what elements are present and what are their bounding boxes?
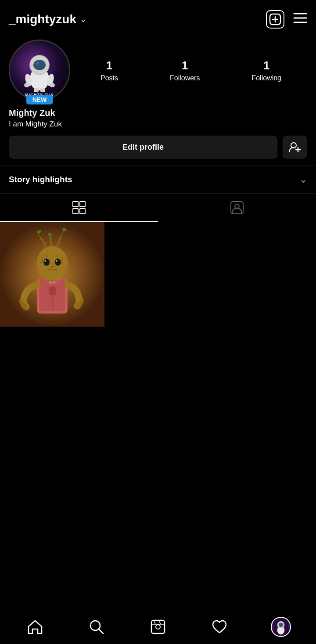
svg-point-31 <box>43 259 50 266</box>
posts-stat[interactable]: 1 Posts <box>101 59 118 82</box>
following-count: 1 <box>263 59 269 72</box>
chevron-down-icon[interactable]: ⌄ <box>80 14 86 24</box>
following-stat[interactable]: 1 Following <box>251 59 281 82</box>
svg-line-41 <box>99 629 103 633</box>
edit-profile-button[interactable]: Edit profile <box>9 136 277 158</box>
nav-profile-avatar <box>271 617 291 637</box>
svg-point-32 <box>55 259 61 266</box>
grid-icon <box>72 201 86 215</box>
story-highlights-label: Story highlights <box>9 175 72 184</box>
followers-label: Followers <box>170 74 200 82</box>
svg-point-33 <box>44 260 46 262</box>
header-icons <box>266 10 307 29</box>
username-area[interactable]: _mightyzuk ⌄ <box>9 12 86 26</box>
groot-image <box>0 222 104 327</box>
followers-stat[interactable]: 1 Followers <box>170 59 200 82</box>
svg-point-51 <box>280 623 281 624</box>
svg-rect-20 <box>80 201 85 207</box>
new-badge: NEW <box>26 95 53 104</box>
home-icon <box>27 619 43 634</box>
bottom-spacer <box>0 327 316 362</box>
add-post-button[interactable] <box>266 10 284 29</box>
svg-rect-15 <box>40 88 45 92</box>
nav-reels[interactable] <box>145 614 171 640</box>
reels-icon <box>150 619 166 635</box>
svg-point-30 <box>36 246 68 281</box>
tabs-row <box>0 193 316 222</box>
avatar: MIGHTY ZUK <box>9 40 70 101</box>
action-buttons: Edit profile <box>9 136 307 158</box>
profile-section: MIGHTY ZUK NEW 1 Posts 1 Followers 1 Fol… <box>0 35 316 165</box>
profile-top-row: MIGHTY ZUK NEW 1 Posts 1 Followers 1 Fol… <box>9 40 307 101</box>
svg-point-50 <box>279 622 284 626</box>
followers-count: 1 <box>182 59 188 72</box>
nav-search[interactable] <box>83 614 110 640</box>
add-person-icon <box>288 141 302 153</box>
svg-rect-19 <box>73 201 78 207</box>
svg-point-8 <box>33 60 46 70</box>
story-highlights-row[interactable]: Story highlights ⌄ <box>0 165 316 193</box>
nav-profile[interactable] <box>268 614 294 640</box>
svg-rect-21 <box>73 209 78 214</box>
svg-point-13 <box>50 83 55 87</box>
heart-icon <box>212 619 227 634</box>
profile-bio: I am Mighty Zuk <box>9 120 307 129</box>
posts-label: Posts <box>101 74 118 82</box>
profile-display-name: Mighty Zuk <box>9 108 307 118</box>
nav-home[interactable] <box>22 614 48 640</box>
chevron-down-icon: ⌄ <box>299 174 307 185</box>
bottom-nav <box>0 609 316 644</box>
tagged-person-icon <box>230 201 244 215</box>
svg-point-9 <box>36 62 39 65</box>
svg-line-45 <box>154 620 155 624</box>
post-thumbnail[interactable] <box>0 222 104 327</box>
menu-icon[interactable] <box>293 12 307 27</box>
svg-point-43 <box>156 625 160 629</box>
avatar-inner: MIGHTY ZUK <box>10 41 69 100</box>
svg-rect-42 <box>151 620 165 633</box>
posts-count: 1 <box>106 59 112 72</box>
posts-grid <box>0 222 316 327</box>
following-label: Following <box>251 74 281 82</box>
add-friend-button[interactable] <box>283 136 307 158</box>
avatar-wrapper[interactable]: MIGHTY ZUK NEW <box>9 40 70 101</box>
stats-area: 1 Posts 1 Followers 1 Following <box>75 59 307 82</box>
svg-rect-22 <box>80 209 85 214</box>
username-text: _mightyzuk <box>9 12 76 26</box>
svg-rect-14 <box>34 88 39 92</box>
search-icon <box>89 619 104 635</box>
tab-grid[interactable] <box>0 194 158 222</box>
tab-tagged[interactable] <box>158 194 316 222</box>
svg-line-46 <box>159 620 161 624</box>
top-header: _mightyzuk ⌄ <box>0 0 316 35</box>
svg-point-12 <box>24 83 29 87</box>
nav-likes[interactable] <box>206 614 233 640</box>
svg-point-34 <box>56 260 57 262</box>
